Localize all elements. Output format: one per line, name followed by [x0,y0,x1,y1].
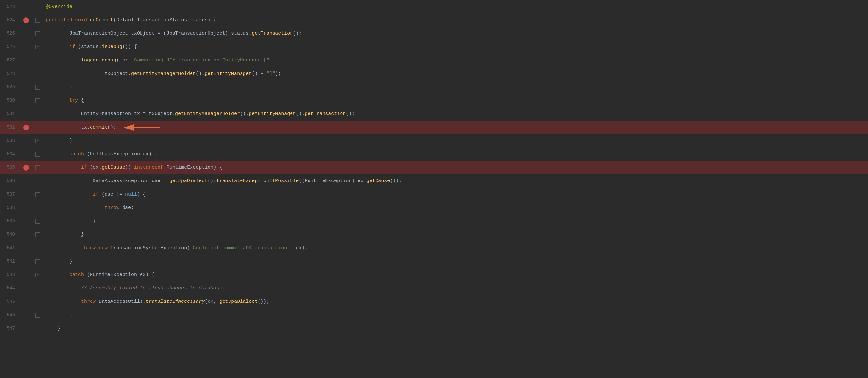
code-content: if (ex.getCause() instanceof RuntimeExce… [42,164,868,171]
gutter-fold: − [33,45,42,49]
code-content: if (status.isDebug()) { [42,43,868,51]
line-number: 524 [0,17,20,24]
code-line: 533− } [0,134,868,147]
line-number: 526 [0,43,20,51]
code-line: 540− } [0,228,868,241]
code-line: 543− catch (RuntimeException ex) { [0,268,868,282]
gutter-fold: − [33,98,42,103]
code-line: 546− } [0,308,868,322]
gutter-breakpoint [20,165,33,171]
line-number: 545 [0,298,20,306]
code-line: 526− if (status.isDebug()) { [0,40,868,54]
code-content: logger.debug( o: "Committing JPA transac… [42,57,868,64]
code-line: 524−protected void doCommit(DefaultTrans… [0,13,868,27]
code-editor: 523@Override524−protected void doCommit(… [0,0,868,378]
code-line: 537− if (dae != null) { [0,188,868,201]
code-content: throw new TransactionSystemException("Co… [42,244,868,252]
line-number: 535 [0,164,20,171]
fold-icon[interactable]: − [35,98,40,103]
code-line: 542− } [0,255,868,268]
fold-icon[interactable]: − [35,219,40,224]
fold-icon[interactable]: − [35,259,40,264]
gutter-fold: − [33,192,42,197]
fold-icon[interactable]: − [35,192,40,197]
gutter-fold: − [33,31,42,36]
gutter-fold: − [33,232,42,237]
line-number: 532 [0,124,20,131]
code-content: } [42,217,868,225]
code-content: } [42,258,868,265]
fold-icon[interactable]: − [35,31,40,36]
code-content: // Assumably failed to flush changes to … [42,285,868,292]
code-content: throw dae; [42,204,868,211]
gutter-fold: − [33,18,42,23]
fold-icon[interactable]: − [35,273,40,277]
code-content: JpaTransactionObject txObject = (JpaTran… [42,30,868,37]
code-content: throw DataAccessUtils.translateIfNecessa… [42,298,868,306]
fold-icon[interactable]: − [35,45,40,49]
line-number: 544 [0,285,20,292]
gutter-fold: − [33,85,42,90]
code-content: } [42,325,868,332]
code-content: @Override [42,3,868,10]
fold-icon[interactable]: − [35,166,40,170]
code-content: txObject.getEntityManagerHolder().getEnt… [42,70,868,78]
breakpoint-icon[interactable] [23,17,29,23]
gutter-fold: − [33,259,42,264]
code-content: protected void doCommit(DefaultTransacti… [42,16,868,24]
code-line: 528 txObject.getEntityManagerHolder().ge… [0,67,868,81]
line-number: 541 [0,244,20,252]
code-content: tx.commit(); [42,124,868,131]
code-line: 536 DataAccessException dae = getJpaDial… [0,174,868,188]
code-line: 544 // Assumably failed to flush changes… [0,282,868,295]
code-line: 529− } [0,81,868,94]
fold-icon[interactable]: − [35,313,40,318]
code-content: EntityTransaction tx = txObject.getEntit… [42,110,868,118]
fold-icon[interactable]: − [35,232,40,237]
code-content: DataAccessException dae = getJpaDialect(… [42,177,868,185]
gutter-fold: − [33,273,42,277]
code-line: 535− if (ex.getCause() instanceof Runtim… [0,161,868,174]
breakpoint-icon[interactable] [23,165,29,171]
line-number: 537 [0,191,20,198]
code-content: } [42,137,868,145]
code-content: } [42,311,868,319]
gutter-fold: − [33,219,42,224]
code-line: 527 logger.debug( o: "Committing JPA tra… [0,54,868,67]
line-number: 533 [0,137,20,145]
line-number: 536 [0,178,20,185]
code-content: catch (RollbackException ex) { [42,150,868,158]
breakpoint-icon[interactable] [23,124,29,130]
fold-icon[interactable]: − [35,18,40,23]
code-line: 534− catch (RollbackException ex) { [0,147,868,161]
line-number: 525 [0,30,20,37]
debug-arrow [121,122,163,134]
fold-icon[interactable]: − [35,85,40,90]
line-number: 531 [0,111,20,118]
code-content: catch (RuntimeException ex) { [42,271,868,279]
code-content: if (dae != null) { [42,191,868,198]
fold-icon[interactable]: − [35,139,40,143]
line-number: 547 [0,325,20,332]
code-line: 539− } [0,214,868,228]
line-number: 528 [0,70,20,78]
code-line: 545 throw DataAccessUtils.translateIfNec… [0,295,868,308]
line-number: 523 [0,3,20,10]
gutter-breakpoint [20,17,33,23]
code-line: 541 throw new TransactionSystemException… [0,241,868,255]
line-number: 530 [0,97,20,104]
code-content: } [42,83,868,91]
code-line: 530− try { [0,94,868,107]
line-number: 539 [0,218,20,225]
code-line: 532 tx.commit(); [0,121,868,134]
code-line: 547 } [0,322,868,335]
gutter-fold: − [33,166,42,170]
code-line: 523@Override [0,0,868,13]
gutter-breakpoint [20,124,33,130]
line-number: 546 [0,312,20,319]
line-number: 542 [0,258,20,265]
code-line: 525− JpaTransactionObject txObject = (Jp… [0,27,868,40]
line-number: 540 [0,231,20,238]
fold-icon[interactable]: − [35,152,40,156]
code-content: } [42,231,868,238]
